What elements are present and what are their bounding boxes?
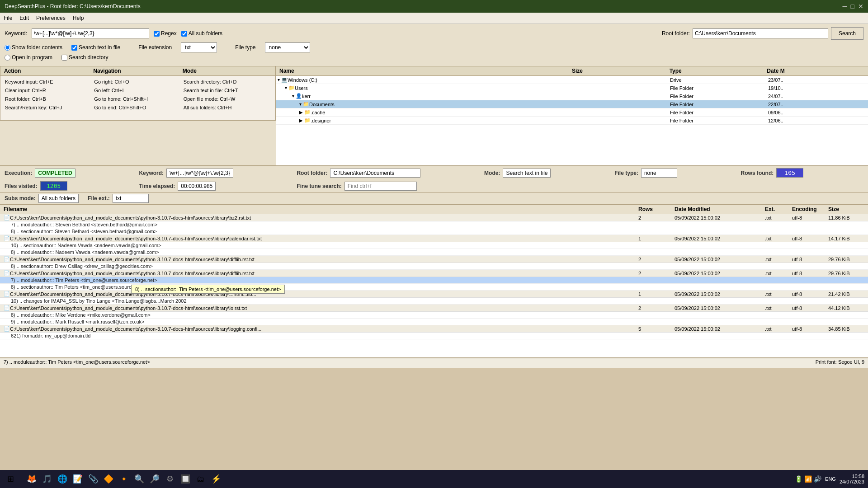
result-file-row[interactable]: 📄 C:\Users\kerr\Documents\python_and_mod… — [0, 270, 868, 277]
taskbar-icon13[interactable]: ⚡ — [209, 472, 223, 486]
result-file-row[interactable]: 📄 C:\Users\kerr\Documents\python_and_mod… — [0, 235, 868, 242]
regex-checkbox[interactable] — [154, 31, 160, 37]
taskbar-icon9[interactable]: 🔎 — [148, 472, 161, 486]
tree-item[interactable]: ▶📁 .cacheFile Folder09/06.. — [276, 108, 868, 117]
keyword-input[interactable] — [32, 28, 149, 38]
search-button[interactable]: Search — [831, 27, 863, 40]
taskbar-notes-icon[interactable]: 📝 — [71, 472, 85, 486]
tree-expand-arrow[interactable]: ▾ — [299, 102, 302, 107]
file-type-select[interactable]: none — [265, 42, 310, 52]
start-button[interactable]: ⊞ — [4, 472, 17, 486]
result-file-row[interactable]: 📄 C:\Users\kerr\Documents\python_and_mod… — [0, 214, 868, 221]
menu-edit[interactable]: Edit — [19, 15, 29, 21]
tree-name-cell: ▾👤 kerr — [278, 93, 572, 99]
search-text-cb-label[interactable]: Search text in file — [71, 44, 120, 51]
result-context-row[interactable]: 10) .. changes for IMAP4_SSL by Tino Lan… — [0, 298, 868, 305]
taskbar-icon6[interactable]: 🔶 — [102, 472, 115, 486]
tree-date-col: Date M — [767, 68, 864, 74]
taskbar-icon7[interactable]: 🔸 — [117, 472, 131, 486]
taskbar-docs-icon[interactable]: 📎 — [86, 472, 100, 486]
top-panel: Keyword: Regex All sub folders Root fold… — [0, 23, 868, 66]
menu-help[interactable]: Help — [73, 15, 84, 21]
shortcuts-body: Keyword input: Ctrl+E Clear input: Ctrl+… — [0, 76, 275, 113]
file-icon: 📄 — [4, 291, 10, 297]
filepath-text: C:\Users\kerr\Documents\python_and_modul… — [10, 326, 261, 332]
result-context-row[interactable]: 10) .. sectionauthor:: Nadeem Vawda <nad… — [0, 242, 868, 249]
fine-tune-input[interactable] — [344, 182, 417, 191]
taskbar-music-icon[interactable]: 🎵 — [40, 472, 54, 486]
tree-expand-arrow[interactable]: ▶ — [299, 110, 303, 115]
search-text-checkbox[interactable] — [71, 45, 77, 51]
file-ext-select[interactable]: txt — [181, 42, 217, 52]
rows-col-header: Rows — [638, 206, 675, 212]
menu-preferences[interactable]: Preferences — [36, 15, 66, 21]
taskbar-icon8[interactable]: 🔍 — [132, 472, 146, 486]
tree-item[interactable]: ▾📁 UsersFile Folder19/10.. — [276, 84, 868, 92]
menu-file[interactable]: File — [4, 15, 12, 21]
regex-checkbox-label[interactable]: Regex — [154, 30, 177, 37]
show-folder-radio[interactable] — [5, 45, 10, 51]
all-subfolders-checkbox[interactable] — [181, 31, 187, 37]
taskbar-browser-icon[interactable]: 🌐 — [56, 472, 69, 486]
results-panel[interactable]: Filename Rows Date Modified Ext. Encodin… — [0, 204, 868, 358]
tree-body: ▾💻 Windows (C:)Drive23/07..▾📁 UsersFile … — [276, 76, 868, 125]
root-folder-status-field: Root folder: C:\Users\kerr\Documents — [297, 169, 481, 178]
root-folder-label: Root folder: — [662, 30, 690, 37]
show-folder-radio-label[interactable]: Show folder contents — [5, 44, 62, 51]
tree-expand-arrow[interactable]: ▾ — [278, 77, 280, 82]
file-type-label: File type — [235, 44, 255, 51]
all-subfolders-checkbox-label[interactable]: All sub folders — [181, 30, 222, 37]
result-file-row[interactable]: 📄 C:\Users\kerr\Documents\python_and_mod… — [0, 291, 868, 298]
result-context-row[interactable]: 8) .. sectionauthor:: Tim Peters <tim_on… — [0, 284, 868, 291]
tree-item[interactable]: ▾💻 Windows (C:)Drive23/07.. — [276, 76, 868, 84]
result-ext: .txt — [765, 215, 792, 221]
maximize-button[interactable]: □ — [851, 3, 854, 10]
taskbar-icon10[interactable]: ⚙ — [163, 472, 177, 486]
tree-item[interactable]: ▶📁 .designerFile Folder12/06.. — [276, 117, 868, 125]
result-file-row[interactable]: 📄 C:\Users\kerr\Documents\python_and_mod… — [0, 256, 868, 263]
result-rows: 2 — [638, 257, 675, 262]
root-folder-input[interactable] — [693, 28, 828, 38]
shortcut-nav-2: Go to home: Ctrl+Shift+I — [94, 95, 181, 103]
tree-item[interactable]: ▾👤 kerrFile Folder24/07.. — [276, 92, 868, 100]
keyword-label: Keyword: — [5, 30, 27, 37]
tree-expand-arrow[interactable]: ▾ — [292, 94, 294, 99]
result-size: 29.76 KiB — [828, 257, 864, 262]
tree-expand-arrow[interactable]: ▶ — [299, 118, 303, 123]
root-folder-status-label: Root folder: — [297, 170, 327, 176]
result-file-row[interactable]: 📄 C:\Users\kerr\Documents\python_and_mod… — [0, 305, 868, 312]
minimize-button[interactable]: ─ — [843, 3, 847, 10]
rows-found-field: Rows found: 105 — [741, 168, 863, 178]
taskbar-icons-right: 🔋 📶 🔊 — [795, 475, 821, 483]
result-filename: 📄 C:\Users\kerr\Documents\python_and_mod… — [4, 326, 638, 332]
result-context-row[interactable]: 8) .. moduleauthor:: Mike Verdone <mike.… — [0, 312, 868, 319]
result-file-row[interactable]: 📄 C:\Users\kerr\Documents\python_and_mod… — [0, 325, 868, 333]
tree-item[interactable]: ▾📁 DocumentsFile Folder22/07.. — [276, 100, 868, 108]
close-button[interactable]: ✕ — [858, 3, 863, 10]
open-in-program-radio-label[interactable]: Open in program — [5, 54, 52, 61]
taskbar-clock: 10:58 24/07/2023 — [840, 474, 864, 484]
tree-expand-arrow[interactable]: ▾ — [285, 85, 287, 90]
tree-item-name: .designer — [311, 118, 331, 123]
file-type-status-value: none — [641, 169, 677, 178]
filepath-text: C:\Users\kerr\Documents\python_and_modul… — [10, 215, 251, 221]
result-context-row[interactable]: 8) .. sectionauthor:: Drew Csillag <drew… — [0, 263, 868, 270]
result-rows: 2 — [638, 271, 675, 276]
result-context-row[interactable]: 8) .. sectionauthor:: Steven Bethard <st… — [0, 228, 868, 235]
result-context-row[interactable]: 621) fromaddr: my_app@domain.tld — [0, 333, 868, 339]
search-directory-checkbox[interactable] — [61, 55, 67, 61]
taskbar-firefox-icon[interactable]: 🦊 — [25, 472, 38, 486]
taskbar-icon11[interactable]: 🔲 — [179, 472, 192, 486]
tree-type-cell: File Folder — [670, 118, 768, 123]
file-tree[interactable]: Name Size Type Date M ▾💻 Windows (C:)Dri… — [276, 66, 868, 165]
keyword-status-value: \w+[...]\w*@[\w]+\.\w{2,3} — [166, 169, 233, 178]
taskbar-icon12[interactable]: 🗂 — [194, 472, 208, 486]
result-context-row[interactable]: 8) .. moduleauthor:: Nadeem Vawda <nadee… — [0, 249, 868, 256]
result-encoding: utf-8 — [792, 236, 828, 241]
result-context-row[interactable]: 7) .. moduleauthor:: Tim Peters <tim_one… — [0, 277, 868, 284]
result-context-row[interactable]: 9) .. moduleauthor:: Mark Russell <mark.… — [0, 319, 868, 325]
result-context-row[interactable]: 7) .. moduleauthor:: Steven Bethard <ste… — [0, 221, 868, 228]
open-in-program-radio[interactable] — [5, 55, 10, 61]
search-directory-cb-label[interactable]: Search directory — [61, 54, 108, 61]
tree-item-icon: 📁 — [303, 101, 309, 107]
